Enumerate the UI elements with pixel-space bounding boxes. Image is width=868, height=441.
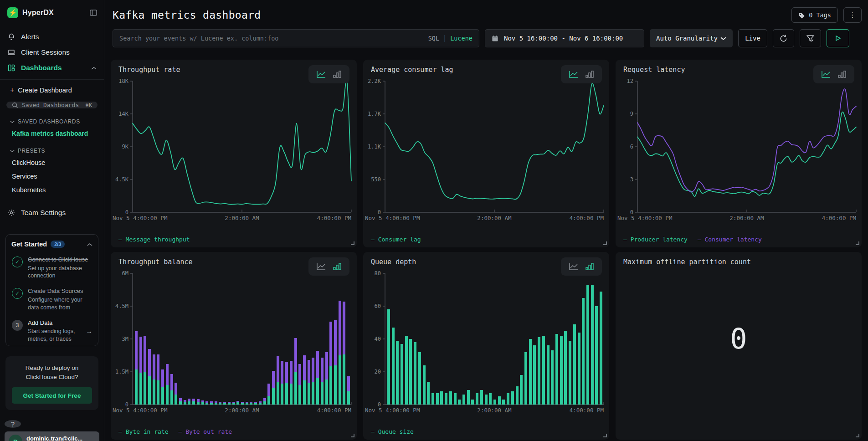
svg-text:4:00:00 PM: 4:00:00 PM — [822, 215, 856, 221]
sql-toggle[interactable]: SQL — [428, 35, 439, 42]
event-search-bar[interactable]: SQL | Lucene — [113, 29, 479, 47]
saved-dashboards-section-header[interactable]: SAVED DASHBOARDS — [0, 111, 104, 127]
sidebar-item-team-settings[interactable]: Team Settings — [0, 197, 104, 220]
svg-text:4:00:00 PM: 4:00:00 PM — [317, 215, 351, 221]
resize-handle[interactable] — [351, 434, 354, 437]
logo-row: ⚡ HyperDX — [0, 0, 104, 23]
bar-chart-icon[interactable] — [585, 70, 594, 78]
legend-item[interactable]: — Consumer latency — [698, 236, 762, 243]
svg-text:3: 3 — [630, 176, 633, 183]
legend-item[interactable]: — Message throughput — [118, 236, 190, 243]
sidebar-item-clickhouse[interactable]: ClickHouse — [0, 156, 104, 169]
legend-item[interactable]: — Byte in rate — [118, 428, 169, 435]
more-menu-button[interactable]: ⋮ — [843, 7, 862, 23]
user-name: dominic.tran@clic... — [26, 435, 83, 441]
live-button[interactable]: Live — [738, 29, 767, 47]
event-search-input[interactable] — [119, 35, 424, 42]
chart-plot[interactable]: 18K14K9K4.5K0Nov 5 4:00:00 PM2:00:00 AM4… — [111, 75, 357, 225]
sidebar-item-alerts[interactable]: Alerts — [0, 29, 104, 45]
chart-plot[interactable]: 129630Nov 5 4:00:00 PM2:00:00 AM4:00:00 … — [616, 75, 862, 225]
step-create-data-sources[interactable]: ✓ Create Data Sources Configure where yo… — [11, 287, 92, 311]
dashboard-grid: Throughput rate18K14K9K4.5K0Nov 5 4:00:0… — [111, 60, 862, 440]
bar-chart-icon[interactable] — [585, 262, 594, 271]
search-placeholder: Saved Dashboards — [22, 102, 79, 108]
chart-plot[interactable]: 2.2K1.7K1.1K5500Nov 5 4:00:00 PM2:00:00 … — [363, 75, 609, 225]
lucene-toggle[interactable]: Lucene — [450, 35, 473, 42]
sidebar-item-client-sessions[interactable]: Client Sessions — [0, 45, 104, 60]
legend-item[interactable]: — Byte out rate — [179, 428, 232, 435]
bar-chart-icon[interactable] — [837, 70, 847, 78]
step-add-data[interactable]: 3 Add Data Start sending logs, metrics, … — [11, 319, 92, 343]
chart-type-toggle[interactable] — [561, 257, 602, 276]
svg-text:4:00:00 PM: 4:00:00 PM — [317, 407, 351, 414]
sidebar-item-services[interactable]: Services — [0, 169, 104, 183]
kebab-icon: ⋮ — [849, 11, 856, 19]
chart-card-throughput-rate: Throughput rate18K14K9K4.5K0Nov 5 4:00:0… — [111, 60, 357, 247]
chevron-up-icon[interactable] — [87, 240, 92, 248]
sidebar: ⚡ HyperDX Alerts Client Sessions Dashboa… — [0, 0, 104, 441]
line-chart-icon[interactable] — [569, 262, 579, 271]
resize-handle[interactable] — [856, 434, 859, 437]
chart-plot[interactable]: 6M4.5M3M1.5M0Nov 5 4:00:00 PM2:00:00 AM4… — [111, 267, 357, 417]
tags-button[interactable]: 0 Tags — [791, 7, 838, 23]
get-started-free-button[interactable]: Get Started for Free — [12, 387, 92, 404]
chevron-up-icon — [91, 64, 97, 72]
user-menu[interactable]: D dominic.tran@clic... dominic.tran@clic… — [5, 431, 99, 441]
get-started-panel: Get Started 2/3 ✓ Connect to ClickHouse … — [5, 234, 98, 346]
chart-type-toggle[interactable] — [813, 65, 854, 83]
sidebar-nav: Alerts Client Sessions Dashboards — [0, 29, 104, 76]
granularity-select[interactable]: Auto Granularity — [650, 29, 733, 47]
filter-button[interactable] — [800, 29, 821, 47]
svg-text:2.2K: 2.2K — [368, 78, 381, 84]
chart-type-toggle[interactable] — [308, 65, 349, 83]
laptop-icon — [7, 48, 15, 56]
svg-text:Nov 5 4:00:00 PM: Nov 5 4:00:00 PM — [365, 407, 420, 414]
chart-legend: — Consumer lag — [371, 236, 421, 243]
refresh-button[interactable] — [773, 29, 794, 47]
help-button[interactable]: ? — [5, 420, 21, 428]
resize-handle[interactable] — [603, 434, 607, 437]
line-chart-icon[interactable] — [316, 70, 326, 78]
shortcut-badge: ⌘K — [86, 102, 92, 108]
sidebar-item-kubernetes[interactable]: Kubernetes — [0, 183, 104, 197]
line-chart-icon[interactable] — [316, 262, 326, 271]
chart-type-toggle[interactable] — [561, 65, 602, 83]
step-title: Add Data — [28, 319, 81, 327]
progress-badge: 2/3 — [51, 241, 65, 248]
bar-chart-icon[interactable] — [333, 262, 342, 271]
promo-text: Ready to deploy on ClickHouse Cloud? — [12, 364, 92, 382]
line-chart-icon[interactable] — [569, 70, 579, 78]
resize-handle[interactable] — [603, 241, 607, 245]
run-query-button[interactable] — [827, 29, 849, 47]
step-title: Create Data Sources — [28, 287, 92, 295]
gear-icon — [7, 209, 15, 217]
svg-text:18K: 18K — [118, 78, 128, 84]
svg-text:2:00:00 AM: 2:00:00 AM — [477, 407, 511, 414]
sidebar-item-dashboards[interactable]: Dashboards — [0, 60, 104, 76]
svg-text:20: 20 — [375, 369, 381, 375]
svg-text:60: 60 — [375, 303, 381, 309]
legend-item[interactable]: — Producer latency — [623, 236, 688, 243]
chart-type-toggle[interactable] — [308, 257, 349, 276]
chart-card-throughput-balance: Throughput balance6M4.5M3M1.5M0Nov 5 4:0… — [111, 252, 357, 440]
chart-plot[interactable]: 806040200Nov 5 4:00:00 PM2:00:00 AM4:00:… — [363, 267, 609, 417]
line-chart-icon[interactable] — [821, 70, 831, 78]
legend-item[interactable]: — Consumer lag — [371, 236, 421, 243]
date-range-picker[interactable]: Nov 5 16:00:00 - Nov 6 16:00:00 — [485, 29, 644, 47]
filter-icon — [806, 34, 815, 43]
step-desc: Configure where your data comes from — [28, 296, 92, 312]
step-connect-clickhouse[interactable]: ✓ Connect to ClickHouse Set up your data… — [11, 256, 92, 280]
resize-handle[interactable] — [351, 241, 354, 245]
create-dashboard-button[interactable]: + Create Dashboard — [0, 80, 104, 99]
step-desc: Set up your database connection — [28, 265, 92, 280]
legend-item[interactable]: — Queue size — [371, 428, 414, 435]
saved-dashboards-search[interactable]: Saved Dashboards ⌘K — [6, 102, 98, 108]
sidebar-collapse-icon[interactable] — [89, 9, 98, 17]
presets-section-header[interactable]: PRESETS — [0, 140, 104, 156]
bar-chart-icon[interactable] — [333, 70, 342, 78]
chevron-down-icon — [10, 149, 15, 153]
svg-text:Nov 5 4:00:00 PM: Nov 5 4:00:00 PM — [113, 215, 167, 221]
resize-handle[interactable] — [856, 241, 859, 245]
sidebar-item-kafka-dashboard[interactable]: Kafka metrics dashboard — [0, 127, 104, 140]
chevron-down-icon — [720, 36, 726, 41]
